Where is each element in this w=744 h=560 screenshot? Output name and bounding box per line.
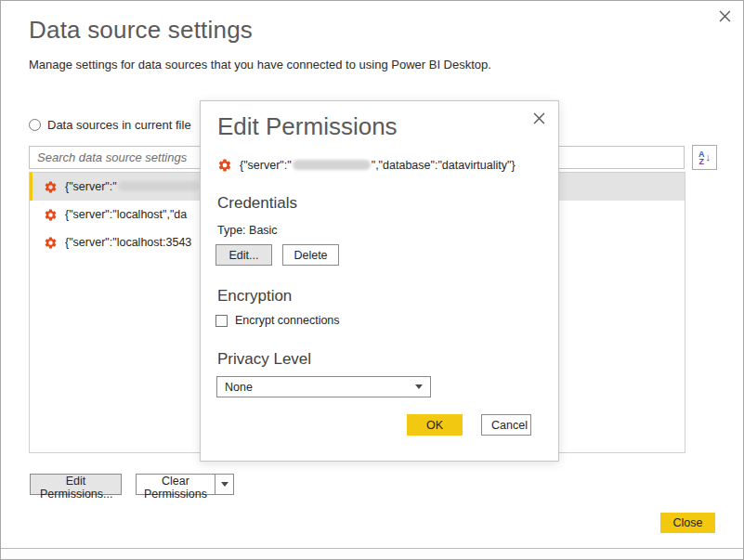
gear-icon: [217, 158, 232, 173]
gear-icon: [44, 208, 58, 222]
modal-close-icon[interactable]: [531, 111, 547, 126]
encryption-heading: Encryption: [217, 287, 292, 306]
sort-az-button[interactable]: A Z ↓: [692, 145, 717, 170]
gear-icon: [44, 236, 58, 250]
modal-data-source: {"server":"","database":"datavirtuality"…: [217, 158, 516, 173]
edit-permissions-modal: Edit Permissions {"server":"","database"…: [200, 100, 559, 462]
delete-credentials-button[interactable]: Delete: [282, 244, 339, 266]
radio-circle-icon[interactable]: [29, 119, 41, 131]
data-source-settings-dialog: Data source settings Manage settings for…: [0, 0, 744, 560]
privacy-level-dropdown[interactable]: None: [216, 376, 431, 397]
credentials-type-label: Type: Basic: [217, 224, 278, 237]
page-title: Data source settings: [29, 16, 253, 45]
chevron-down-icon: [221, 482, 228, 487]
modal-title: Edit Permissions: [217, 112, 398, 141]
clear-permissions-button[interactable]: Clear Permissions: [136, 474, 215, 495]
checkbox-icon[interactable]: [215, 315, 228, 327]
clear-permissions-dropdown-button[interactable]: [215, 474, 234, 495]
radio-data-sources-in-current-file[interactable]: Data sources in current file: [29, 118, 191, 132]
gear-icon: [44, 180, 58, 194]
chevron-down-icon: [415, 384, 423, 389]
sort-az-icon: A Z: [698, 150, 705, 165]
privacy-level-heading: Privacy Level: [217, 350, 311, 369]
privacy-level-value: None: [225, 381, 253, 394]
source-text: {"server":"","d: [65, 180, 218, 193]
radio-label: Data sources in current file: [47, 118, 191, 132]
redacted-server-name: [293, 160, 371, 170]
modal-source-text: {"server":"","database":"datavirtuality"…: [240, 159, 516, 172]
edit-permissions-button[interactable]: Edit Permissions...: [30, 474, 122, 495]
encrypt-connections-checkbox-row[interactable]: Encrypt connections: [215, 314, 340, 327]
window-footer: [1, 548, 743, 560]
sort-down-arrow-icon: ↓: [706, 152, 711, 163]
clear-permissions-split-button: Clear Permissions: [136, 474, 234, 495]
ok-button[interactable]: OK: [407, 414, 463, 436]
checkbox-label: Encrypt connections: [235, 314, 340, 327]
window-close-icon[interactable]: [717, 8, 733, 24]
credentials-heading: Credentials: [217, 194, 297, 213]
redacted-server-name: [118, 181, 200, 191]
source-text: {"server":"localhost:3543: [65, 236, 191, 249]
edit-credentials-button[interactable]: Edit...: [215, 244, 272, 266]
cancel-button[interactable]: Cancel: [481, 414, 531, 436]
close-button[interactable]: Close: [660, 513, 715, 533]
page-subtitle: Manage settings for data sources that yo…: [29, 58, 491, 72]
source-text: {"server":"localhost","da: [65, 208, 187, 221]
